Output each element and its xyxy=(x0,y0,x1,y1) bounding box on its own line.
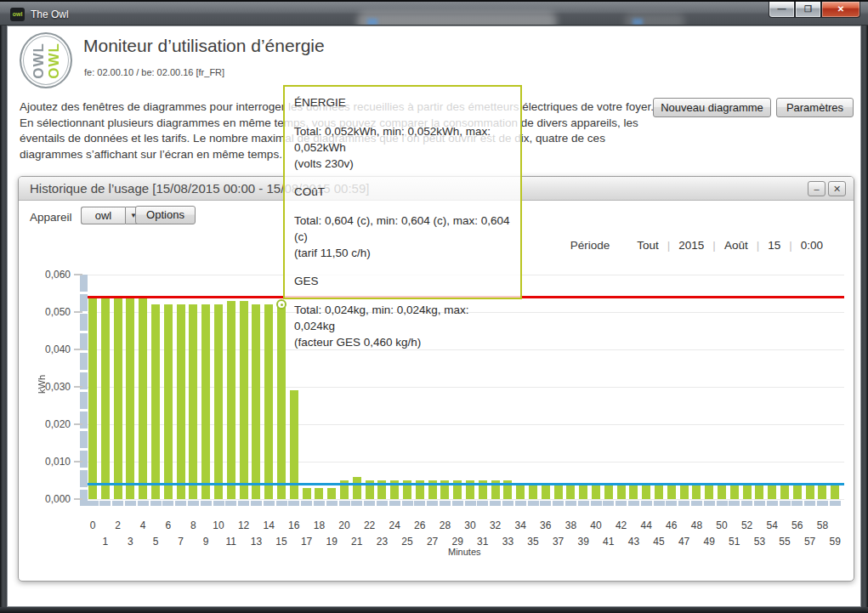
bar-minute-39[interactable] xyxy=(579,484,587,499)
x-axis-title: Minutes xyxy=(448,547,481,557)
bar-minute-38[interactable] xyxy=(566,484,575,499)
bar-minute-10[interactable] xyxy=(214,304,223,499)
x-tick xyxy=(477,501,488,506)
period-option-day[interactable]: 15 xyxy=(759,239,789,252)
new-chart-button[interactable]: Nouveau diagramme xyxy=(653,98,771,117)
bar-minute-18[interactable] xyxy=(315,488,323,499)
x-tick-label: 36 xyxy=(536,519,555,531)
bar-minute-51[interactable] xyxy=(730,484,739,499)
chart-close-button[interactable]: ✕ xyxy=(828,181,846,196)
x-tick xyxy=(666,501,677,506)
y-tick xyxy=(74,349,82,350)
bar-minute-47[interactable] xyxy=(680,484,689,499)
x-tick xyxy=(188,501,199,506)
bar-minute-58[interactable] xyxy=(818,484,826,499)
bar-minute-15[interactable] xyxy=(277,304,286,499)
x-tick xyxy=(717,501,728,506)
bar-minute-0[interactable] xyxy=(88,297,97,499)
x-tick xyxy=(515,501,526,506)
tooltip-cost-values: Total: 0,604 (c), min: 0,604 (c), max: 0… xyxy=(294,213,511,245)
x-tick xyxy=(213,501,224,506)
device-select-value[interactable]: owl xyxy=(81,207,125,224)
bar-minute-8[interactable] xyxy=(189,304,197,499)
x-tick-label: 55 xyxy=(775,536,794,548)
bar-minute-54[interactable] xyxy=(768,484,776,499)
maximize-button[interactable]: ❐ xyxy=(795,2,821,18)
owl-app-window: owl The Owl — ❐ ✕ OWLOWL Moniteur d’util… xyxy=(0,0,868,613)
bar-minute-45[interactable] xyxy=(655,484,663,499)
window-frame-left xyxy=(0,26,7,607)
bar-minute-11[interactable] xyxy=(227,301,235,499)
x-tick xyxy=(339,501,350,506)
x-tick xyxy=(741,501,752,506)
bar-minute-36[interactable] xyxy=(542,484,550,499)
bar-minute-7[interactable] xyxy=(177,304,185,499)
bar-minute-3[interactable] xyxy=(126,297,134,499)
x-tick xyxy=(364,501,375,506)
bar-minute-5[interactable] xyxy=(151,304,160,499)
x-tick xyxy=(704,501,715,506)
x-tick xyxy=(540,501,551,506)
x-tick xyxy=(502,501,513,506)
bar-minute-19[interactable] xyxy=(327,488,336,499)
bar-minute-59[interactable] xyxy=(831,484,839,499)
bar-minute-17[interactable] xyxy=(303,488,311,499)
bar-minute-14[interactable] xyxy=(264,304,273,499)
x-tick xyxy=(414,501,425,506)
bar-minute-49[interactable] xyxy=(705,484,713,499)
chart-minimize-button[interactable]: – xyxy=(808,181,825,196)
x-tick xyxy=(767,501,778,506)
aero-reflection xyxy=(367,19,377,26)
window-title: The Owl xyxy=(31,9,69,20)
bar-minute-6[interactable] xyxy=(164,304,173,499)
bar-minute-2[interactable] xyxy=(114,297,122,499)
x-tick-label: 32 xyxy=(486,519,505,531)
bar-minute-57[interactable] xyxy=(806,484,814,499)
bar-minute-37[interactable] xyxy=(554,484,563,499)
x-tick-label: 4 xyxy=(133,519,152,531)
x-tick-label: 33 xyxy=(498,536,517,548)
tooltip-cost-heading: COûT xyxy=(294,185,511,198)
bar-minute-55[interactable] xyxy=(780,484,789,499)
x-tick xyxy=(314,501,325,506)
bar-minute-53[interactable] xyxy=(755,484,763,499)
device-select[interactable]: owl ▼ xyxy=(81,207,142,224)
bar-minute-40[interactable] xyxy=(592,484,600,499)
x-tick-label: 53 xyxy=(750,536,769,548)
period-option-year[interactable]: 2015 xyxy=(670,239,712,252)
x-tick-label: 57 xyxy=(801,536,820,548)
period-option-all[interactable]: Tout xyxy=(628,239,667,252)
bar-minute-43[interactable] xyxy=(629,484,638,499)
x-tick xyxy=(654,501,665,506)
bar-minute-56[interactable] xyxy=(793,484,802,499)
x-tick xyxy=(452,501,463,506)
bar-minute-46[interactable] xyxy=(667,484,676,499)
bar-minute-41[interactable] xyxy=(604,484,613,499)
options-button[interactable]: Options xyxy=(135,206,196,224)
bar-minute-48[interactable] xyxy=(692,484,701,499)
bar-minute-9[interactable] xyxy=(201,304,210,499)
x-tick-label: 3 xyxy=(121,536,139,548)
bar-minute-21[interactable] xyxy=(353,477,361,499)
bar-minute-35[interactable] xyxy=(529,484,537,499)
y-axis xyxy=(80,275,88,506)
y-tick xyxy=(74,498,82,500)
bar-minute-42[interactable] xyxy=(617,484,626,499)
period-selector: Période Tout | 2015 | Août | 15 | 0:00 xyxy=(570,239,831,252)
settings-button[interactable]: Paramètres xyxy=(776,98,854,117)
window-titlebar[interactable]: owl The Owl — ❐ ✕ xyxy=(0,0,868,26)
bar-minute-13[interactable] xyxy=(252,304,260,499)
period-option-hour[interactable]: 0:00 xyxy=(792,239,831,252)
bar-minute-4[interactable] xyxy=(139,297,147,499)
close-button[interactable]: ✕ xyxy=(821,2,860,18)
bar-minute-50[interactable] xyxy=(718,484,726,499)
bar-minute-44[interactable] xyxy=(642,484,650,499)
bar-minute-34[interactable] xyxy=(516,484,525,499)
x-tick-label: 8 xyxy=(184,519,202,531)
x-tick-label: 42 xyxy=(612,519,631,531)
minimize-button[interactable]: — xyxy=(769,2,795,18)
bar-minute-12[interactable] xyxy=(240,301,248,499)
bar-minute-1[interactable] xyxy=(101,297,110,499)
period-option-month[interactable]: Août xyxy=(716,239,757,252)
bar-minute-52[interactable] xyxy=(743,484,752,499)
